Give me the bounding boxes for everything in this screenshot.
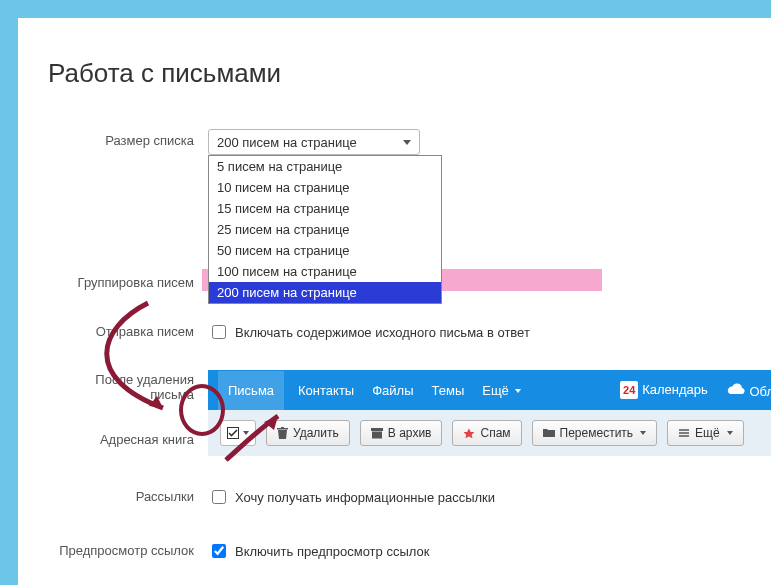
list-size-option[interactable]: 100 писем на странице [209, 261, 441, 282]
tab-themes[interactable]: Темы [432, 383, 465, 398]
list-size-option-selected[interactable]: 200 писем на странице [209, 282, 441, 303]
list-size-select[interactable]: 200 писем на странице [208, 129, 420, 155]
calendar-label: Календарь [642, 382, 708, 397]
list-size-label: Размер списка [48, 129, 208, 148]
send-label: Отправка писем [48, 320, 208, 339]
tab-cloud[interactable]: Обл [726, 382, 771, 399]
list-size-option[interactable]: 10 писем на странице [209, 177, 441, 198]
grouping-label: Группировка писем [48, 271, 208, 290]
calendar-badge: 24 [620, 381, 638, 399]
list-size-option[interactable]: 50 писем на странице [209, 240, 441, 261]
after-delete-label: После удаления письма [48, 370, 208, 402]
list-size-option[interactable]: 15 писем на странице [209, 198, 441, 219]
tab-contacts[interactable]: Контакты [298, 383, 354, 398]
chevron-down-icon [403, 140, 411, 145]
send-checkbox-label: Включать содержимое исходного письма в о… [235, 325, 530, 340]
list-size-option[interactable]: 25 писем на странице [209, 219, 441, 240]
chevron-down-icon [515, 389, 521, 393]
list-size-value: 200 писем на странице [217, 135, 357, 150]
tab-more[interactable]: Ещё [482, 383, 521, 398]
newsletters-label: Рассылки [48, 485, 208, 504]
newsletters-checkbox-label: Хочу получать информационные рассылки [235, 490, 495, 505]
page-title: Работа с письмами [48, 58, 742, 89]
preview-label: Предпросмотр ссылок [48, 539, 208, 560]
preview-checkbox[interactable] [212, 544, 226, 558]
tab-letters[interactable]: Письма [218, 371, 284, 410]
tab-files[interactable]: Файлы [372, 383, 413, 398]
send-include-checkbox[interactable] [212, 325, 226, 339]
cloud-icon [726, 382, 746, 399]
list-size-dropdown[interactable]: 5 писем на странице 10 писем на странице… [208, 155, 442, 304]
cloud-label: Обл [749, 384, 771, 399]
tab-more-label: Ещё [482, 383, 509, 398]
list-size-option[interactable]: 5 писем на странице [209, 156, 441, 177]
preview-checkbox-label: Включить предпросмотр ссылок [235, 544, 429, 559]
tab-calendar[interactable]: 24Календарь [620, 381, 708, 399]
newsletters-checkbox[interactable] [212, 490, 226, 504]
address-book-label: Адресная книга [48, 428, 208, 447]
